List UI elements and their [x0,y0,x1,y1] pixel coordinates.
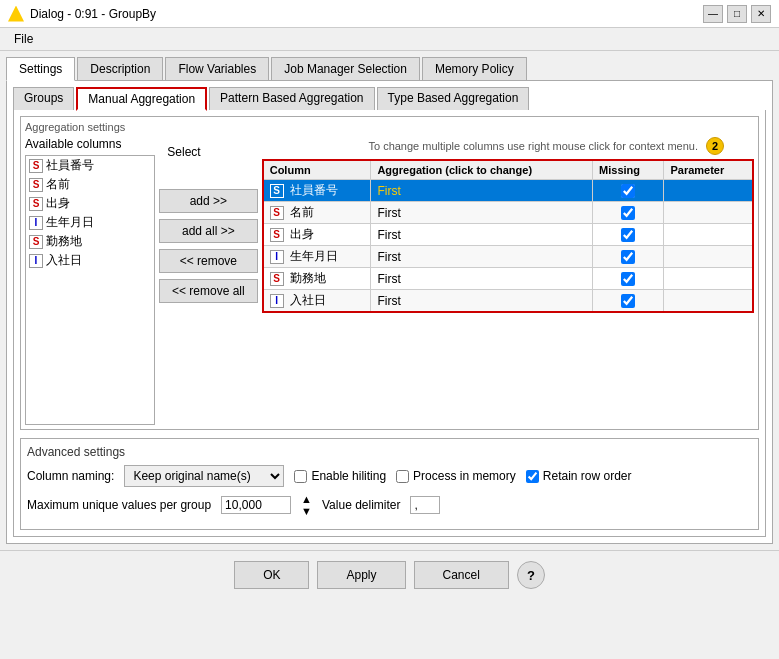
list-item[interactable]: I 生年月日 [26,213,154,232]
col-header-column: Column [263,160,371,180]
tab-description[interactable]: Description [77,57,163,80]
row-parameter [664,224,753,246]
max-unique-label: Maximum unique values per group [27,498,211,512]
column-naming-label: Column naming: [27,469,114,483]
row-missing[interactable] [593,290,664,313]
remove-button[interactable]: << remove [159,249,258,273]
apply-button[interactable]: Apply [317,561,405,589]
process-in-memory-checkbox[interactable] [396,470,409,483]
enable-hiliting-row: Enable hiliting [294,469,386,483]
help-button[interactable]: ? [517,561,545,589]
add-all-button[interactable]: add all >> [159,219,258,243]
add-button[interactable]: add >> [159,189,258,213]
row-column: S 勤務地 [263,268,371,290]
list-item[interactable]: S 名前 [26,175,154,194]
transfer-buttons: add >> add all >> << remove << remove al… [159,159,258,303]
type-badge: S [270,272,284,286]
max-unique-row: Maximum unique values per group ▲▼ Value… [27,493,752,517]
missing-checkbox[interactable] [621,206,635,220]
row-missing[interactable] [593,268,664,290]
table-row[interactable]: S 勤務地 First [263,268,753,290]
ok-button[interactable]: OK [234,561,309,589]
col-name: 名前 [46,176,70,193]
row-column: S 出身 [263,224,371,246]
footer: OK Apply Cancel ? [0,550,779,599]
settings-tab-content: Groups Manual Aggregation Pattern Based … [6,81,773,544]
remove-all-button[interactable]: << remove all [159,279,258,303]
tab-job-manager[interactable]: Job Manager Selection [271,57,420,80]
file-menu[interactable]: File [8,30,39,48]
row-parameter [664,268,753,290]
maximize-button[interactable]: □ [727,5,747,23]
aggregation-settings-title: Aggregation settings [25,121,754,133]
table-row[interactable]: I 入社日 First [263,290,753,313]
type-badge: I [270,250,284,264]
retain-row-order-row: Retain row order [526,469,632,483]
row-aggregation[interactable]: First [371,290,593,313]
value-delimiter-input[interactable] [410,496,440,514]
missing-checkbox[interactable] [621,228,635,242]
row-aggregation[interactable]: First [371,180,593,202]
col-name: 勤務地 [46,233,82,250]
type-badge: S [270,184,284,198]
type-badge-S: S [29,197,43,211]
type-badge: I [270,294,284,308]
list-item[interactable]: S 出身 [26,194,154,213]
table-row[interactable]: I 生年月日 First [263,246,753,268]
row-column: S 名前 [263,202,371,224]
row-column: I 入社日 [263,290,371,313]
close-button[interactable]: ✕ [751,5,771,23]
menu-bar: File [0,28,779,51]
row-aggregation[interactable]: First [371,268,593,290]
process-in-memory-row: Process in memory [396,469,516,483]
max-unique-input[interactable] [221,496,291,514]
list-item[interactable]: S 勤務地 [26,232,154,251]
row-parameter [664,290,753,313]
dialog-body: Settings Description Flow Variables Job … [0,51,779,550]
col-name: 生年月日 [46,214,94,231]
tab-pattern-aggregation[interactable]: Pattern Based Aggregation [209,87,374,110]
tab-groups[interactable]: Groups [13,87,74,110]
table-row[interactable]: S 社員番号 First [263,180,753,202]
select-label: Select [159,137,209,159]
minimize-button[interactable]: — [703,5,723,23]
retain-row-order-checkbox[interactable] [526,470,539,483]
table-row[interactable]: S 出身 First [263,224,753,246]
row-aggregation[interactable]: First [371,202,593,224]
col-name: 出身 [46,195,70,212]
row-missing[interactable] [593,246,664,268]
list-item[interactable]: I 入社日 [26,251,154,270]
title-bar: Dialog - 0:91 - GroupBy — □ ✕ [0,0,779,28]
tab-flow-variables[interactable]: Flow Variables [165,57,269,80]
tab-type-aggregation[interactable]: Type Based Aggregation [377,87,530,110]
cancel-button[interactable]: Cancel [414,561,509,589]
tab-settings[interactable]: Settings [6,57,75,81]
tab-manual-aggregation[interactable]: Manual Aggregation [76,87,207,111]
top-tabs: Settings Description Flow Variables Job … [6,57,773,81]
select-buttons-panel: Select add >> add all >> << remove << re… [159,137,258,425]
manual-aggregation-content: Aggregation settings Available columns S… [13,110,766,537]
row-missing[interactable] [593,202,664,224]
enable-hiliting-checkbox[interactable] [294,470,307,483]
missing-checkbox[interactable] [621,184,635,198]
type-badge: S [270,206,284,220]
type-badge-I: I [29,254,43,268]
row-missing[interactable] [593,180,664,202]
list-item[interactable]: S 社員番号 [26,156,154,175]
column-naming-select[interactable]: Keep original name(s) [124,465,284,487]
table-row[interactable]: S 名前 First [263,202,753,224]
type-badge: S [270,228,284,242]
row-aggregation[interactable]: First [371,224,593,246]
row-column: I 生年月日 [263,246,371,268]
process-in-memory-label: Process in memory [413,469,516,483]
row-aggregation[interactable]: First [371,246,593,268]
missing-checkbox[interactable] [621,272,635,286]
available-columns-list[interactable]: S 社員番号 S 名前 S 出身 [25,155,155,425]
row-missing[interactable] [593,224,664,246]
missing-checkbox[interactable] [621,294,635,308]
missing-checkbox[interactable] [621,250,635,264]
advanced-settings-title: Advanced settings [27,445,752,459]
value-delimiter-label: Value delimiter [322,498,400,512]
available-columns-panel: Available columns S 社員番号 S 名前 S [25,137,155,425]
tab-memory-policy[interactable]: Memory Policy [422,57,527,80]
